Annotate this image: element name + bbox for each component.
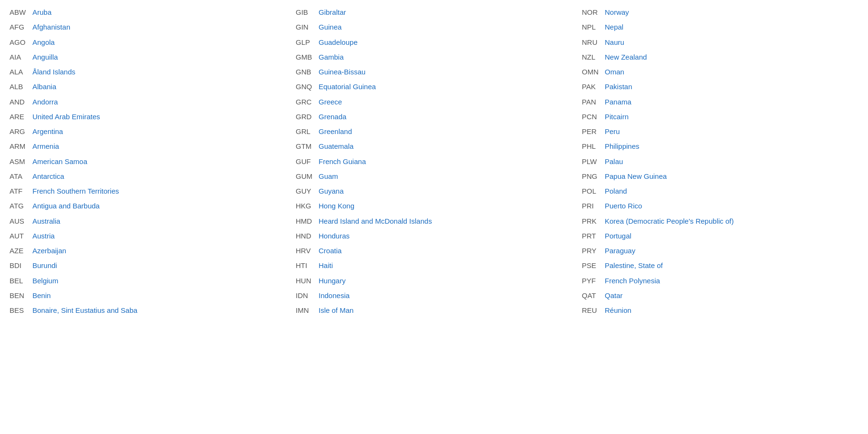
country-name: Pakistan [605,81,632,92]
list-item: BENBenin [10,288,286,303]
country-code: OMN [582,66,605,77]
list-item: AGOAngola [10,35,286,50]
country-code: GLP [296,37,319,48]
country-name: Papua New Guinea [605,171,667,182]
list-item: AREUnited Arab Emirates [10,109,286,124]
country-code: PRI [582,200,605,211]
list-item: REURéunion [582,303,858,318]
country-name: Hungary [319,275,346,286]
country-name: Guinea [319,21,341,32]
country-name: Paraguay [605,245,635,256]
country-name: Antigua and Barbuda [32,200,100,211]
country-code: IMN [296,305,319,316]
country-code: BDI [10,260,32,271]
list-item: GIBGibraltar [296,5,572,20]
list-item: NPLNepal [582,20,858,34]
list-item: PRYParaguay [582,243,858,258]
list-item: PLWPalau [582,154,858,169]
list-item: PRIPuerto Rico [582,198,858,213]
country-code: GUF [296,156,319,167]
list-item: GRLGreenland [296,124,572,139]
list-item: PCNPitcairn [582,109,858,124]
country-code: PRK [582,216,605,227]
list-item: IMNIsle of Man [296,303,572,318]
country-name: Nauru [605,37,624,48]
list-item: GNQEquatorial Guinea [296,79,572,94]
country-grid: ABWArubaGIBGibraltarNORNorwayAFGAfghanis… [10,5,858,318]
country-code: ATA [10,171,32,182]
country-code: REU [582,305,605,316]
list-item: PSEPalestine, State of [582,258,858,273]
country-name: Grenada [319,111,346,122]
country-code: PSE [582,260,605,271]
country-name: Equatorial Guinea [319,81,376,92]
country-name: Peru [605,126,620,137]
country-code: PCN [582,111,605,122]
list-item: QATQatar [582,288,858,303]
list-item: ARGArgentina [10,124,286,139]
country-code: ALB [10,81,32,92]
country-name: Afghanistan [32,21,70,32]
list-item: AUTAustria [10,228,286,243]
country-code: ARE [10,111,32,122]
list-item: HMDHeard Island and McDonald Islands [296,214,572,228]
list-item: HTIHaiti [296,258,572,273]
list-item: GMBGambia [296,50,572,64]
list-item: ALAÅland Islands [10,64,286,79]
country-code: PYF [582,275,605,286]
country-code: ATG [10,200,32,211]
country-code: QAT [582,290,605,301]
country-code: ARM [10,141,32,152]
country-name: Palau [605,156,623,167]
list-item: AIAAnguilla [10,50,286,64]
list-item: PANPanama [582,94,858,109]
country-name: Heard Island and McDonald Islands [319,216,432,227]
country-name: Poland [605,186,627,196]
country-code: HND [296,230,319,241]
country-code: HKG [296,200,319,211]
country-code: NOR [582,7,605,18]
list-item: POLPoland [582,184,858,198]
country-code: PLW [582,156,605,167]
country-code: PAK [582,81,605,92]
country-name: Haiti [319,260,333,271]
list-item: OMNOman [582,64,858,79]
country-name: Réunion [605,305,631,316]
country-name: Oman [605,66,624,77]
list-item: HRVCroatia [296,243,572,258]
list-item: ATGAntigua and Barbuda [10,198,286,213]
country-name: Gambia [319,52,344,62]
list-item: GTMGuatemala [296,139,572,154]
country-code: BEN [10,290,32,301]
country-name: Argentina [32,126,63,137]
list-item: ATAAntarctica [10,169,286,184]
country-code: PNG [582,171,605,182]
list-item: ANDAndorra [10,94,286,109]
list-item: BDIBurundi [10,258,286,273]
country-name: Belgium [32,275,58,286]
country-code: POL [582,186,605,196]
list-item: PNGPapua New Guinea [582,169,858,184]
list-item: AUSAustralia [10,214,286,228]
country-code: NZL [582,52,605,62]
country-name: Qatar [605,290,623,301]
country-name: Austria [32,230,55,241]
country-code: ARG [10,126,32,137]
country-name: Norway [605,7,629,18]
country-code: GRL [296,126,319,137]
country-name: Palestine, State of [605,260,663,271]
country-code: ALA [10,66,32,77]
country-code: ASM [10,156,32,167]
list-item: PRTPortugal [582,228,858,243]
country-code: BEL [10,275,32,286]
country-code: AUS [10,216,32,227]
country-code: ABW [10,7,32,18]
country-code: GIN [296,21,319,32]
country-code: GIB [296,7,319,18]
country-code: NPL [582,21,605,32]
country-name: Korea (Democratic People's Republic of) [605,216,734,227]
country-name: Gibraltar [319,7,346,18]
country-code: GNB [296,66,319,77]
list-item: GLPGuadeloupe [296,35,572,50]
country-name: Greenland [319,126,352,137]
